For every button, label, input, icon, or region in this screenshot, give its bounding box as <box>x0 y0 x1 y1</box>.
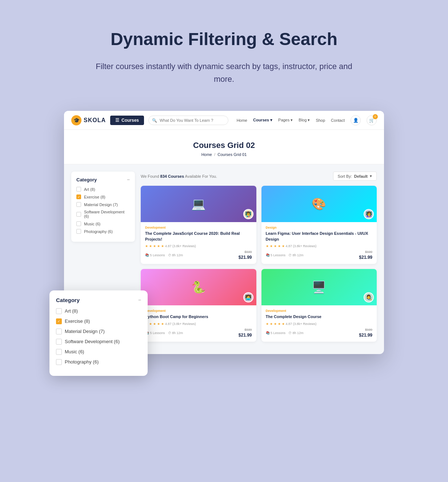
course-stars: ★ ★ ★ ★ ★ 4.87 (3.8k+ Reviews) <box>266 322 373 326</box>
floating-filter-label: Exercise (8) <box>65 318 90 324</box>
instructor-avatar: 👩‍🎨 <box>364 292 374 302</box>
course-category: Development <box>266 309 373 313</box>
star-3: ★ <box>153 244 156 248</box>
course-rating: 4.87 (3.8k+ Reviews) <box>286 244 317 248</box>
course-category: Development <box>145 309 252 313</box>
star-3: ★ <box>274 244 277 248</box>
course-pricing: $939 $21.99 <box>359 328 372 338</box>
course-meta-left: 📚 5 Lessons ⏱ 8h 12m <box>145 331 183 335</box>
nav-link-pages[interactable]: Pages ▾ <box>278 118 293 122</box>
course-body: Development The Complete Design Course ★… <box>261 305 377 341</box>
floating-filter-checkbox[interactable] <box>56 359 62 365</box>
nav-search-container: 🔍 <box>148 116 228 125</box>
course-card[interactable]: 🎨 👩‍🏫 Design Learn Figma: User Interface… <box>261 186 377 264</box>
filter-item[interactable]: Photography (6) <box>76 229 130 234</box>
nav-logo: 🎓 SKOLA <box>71 115 106 125</box>
floating-filter-checkbox[interactable] <box>56 329 62 334</box>
sort-button[interactable]: Sort By: Default ▾ <box>333 172 377 181</box>
course-image: 🎨 👩‍🏫 <box>261 186 377 222</box>
course-card[interactable]: 💻 👨‍🏫 Development The Complete JavaScrip… <box>141 186 256 264</box>
instructor-avatar: 👨‍🏫 <box>243 209 253 219</box>
sort-value: Default <box>354 174 368 178</box>
course-image: 🖥️ 👩‍🎨 <box>261 269 377 305</box>
filter-item[interactable]: Software Development (6) <box>76 210 130 218</box>
results-text: We Found 834 Courses Available For You. <box>141 174 217 178</box>
hero-section: Dynamic Filtering & Search Filter course… <box>79 0 369 104</box>
nav-link-courses[interactable]: Courses ▾ <box>253 118 272 122</box>
filter-item[interactable]: ✓Exercise (8) <box>76 194 130 199</box>
course-image-bg: 🐍 <box>141 269 256 305</box>
course-card[interactable]: 🐍 👩‍💻 Development Python Boot Camp for B… <box>141 269 256 341</box>
filter-collapse-button[interactable]: − <box>127 177 130 182</box>
breadcrumb-home[interactable]: Home <box>201 152 212 157</box>
course-body: Development The Complete JavaScript Cour… <box>141 222 256 264</box>
course-old-price: $939 <box>239 250 252 254</box>
nav-link-shop[interactable]: Shop <box>316 118 325 122</box>
course-price: $21.99 <box>239 333 252 338</box>
course-old-price: $939 <box>359 328 372 332</box>
cart-button[interactable]: 🛒 0 <box>367 115 377 125</box>
course-name: Learn Figma: User Interface Design Essen… <box>266 231 373 242</box>
filter-checkbox[interactable]: ✓ <box>76 194 81 199</box>
filter-checkbox[interactable] <box>76 202 81 207</box>
user-icon-button[interactable]: 👤 <box>351 115 361 125</box>
floating-filter-label: Material Design (7) <box>65 329 105 334</box>
floating-filter-item[interactable]: ✓Exercise (8) <box>56 318 141 324</box>
search-input[interactable] <box>148 116 228 125</box>
filter-item[interactable]: Music (6) <box>76 221 130 226</box>
course-pricing: $939 $21.99 <box>239 328 252 338</box>
filter-item[interactable]: Material Design (7) <box>76 202 130 207</box>
filter-checkbox[interactable] <box>76 221 81 226</box>
nav-link-home[interactable]: Home <box>237 118 247 122</box>
logo-icon: 🎓 <box>71 115 81 125</box>
course-lessons: 📚 5 Lessons <box>145 253 165 257</box>
floating-filter-item[interactable]: Music (6) <box>56 349 141 355</box>
filter-item[interactable]: Art (8) <box>76 187 130 192</box>
star-2: ★ <box>270 244 273 248</box>
floating-filter-label: Art (8) <box>65 308 78 314</box>
course-category: Design <box>266 226 373 229</box>
filter-checkbox[interactable] <box>76 212 81 217</box>
floating-filter-item[interactable]: Art (8) <box>56 308 141 314</box>
star-5: ★ <box>161 244 164 248</box>
filter-checkbox[interactable] <box>76 229 81 234</box>
course-meta: 📚 5 Lessons ⏱ 8h 12m $939 $21.99 <box>266 250 373 260</box>
nav-link-blog[interactable]: Blog ▾ <box>299 118 310 122</box>
navbar: 🎓 SKOLA ☰ Courses 🔍 Home Courses ▾ Pages… <box>64 111 384 130</box>
floating-filter-collapse[interactable]: − <box>138 297 141 303</box>
floating-filter-label: Photography (6) <box>65 359 99 365</box>
results-bar: We Found 834 Courses Available For You. … <box>141 172 377 181</box>
filter-checkbox[interactable] <box>76 187 81 192</box>
course-category: Development <box>145 226 252 229</box>
floating-filter-checkbox[interactable] <box>56 308 62 314</box>
star-1: ★ <box>145 244 148 248</box>
course-body: Development Python Boot Camp for Beginne… <box>141 305 256 341</box>
page-title: Courses Grid 02 <box>71 141 377 150</box>
courses-nav-button[interactable]: ☰ Courses <box>110 116 144 125</box>
course-meta-left: 📚 5 Lessons ⏱ 8h 12m <box>266 253 304 257</box>
nav-link-contact[interactable]: Contact <box>331 118 345 122</box>
filter-label: Photography (6) <box>84 229 113 234</box>
search-icon: 🔍 <box>152 118 157 122</box>
course-rating: 4.87 (3.8k+ Reviews) <box>165 244 196 248</box>
course-stars: ★ ★ ★ ★ ★ 4.87 (3.8k+ Reviews) <box>145 244 252 248</box>
floating-filter-item[interactable]: Material Design (7) <box>56 329 141 334</box>
star-3: ★ <box>274 322 277 326</box>
course-grid: We Found 834 Courses Available For You. … <box>141 172 377 346</box>
floating-filter-checkbox[interactable] <box>56 339 62 345</box>
cart-badge: 0 <box>373 114 378 119</box>
course-rating: 4.87 (3.8k+ Reviews) <box>286 322 317 326</box>
star-1: ★ <box>266 322 269 326</box>
floating-filter-item[interactable]: Software Development (6) <box>56 339 141 345</box>
floating-filter-checkbox[interactable] <box>56 349 62 355</box>
floating-filter-checkbox[interactable]: ✓ <box>56 318 62 324</box>
course-card[interactable]: 🖥️ 👩‍🎨 Development The Complete Design C… <box>261 269 377 341</box>
filter-label: Exercise (8) <box>84 195 105 199</box>
star-2: ★ <box>149 322 152 326</box>
sidebar-filter-items: Art (8)✓Exercise (8)Material Design (7)S… <box>76 187 130 234</box>
floating-filter-label: Software Development (6) <box>65 339 120 344</box>
star-5: ★ <box>161 322 164 326</box>
floating-filter-item[interactable]: Photography (6) <box>56 359 141 365</box>
logo-text: SKOLA <box>84 117 106 124</box>
course-duration: ⏱ 8h 12m <box>288 253 304 257</box>
